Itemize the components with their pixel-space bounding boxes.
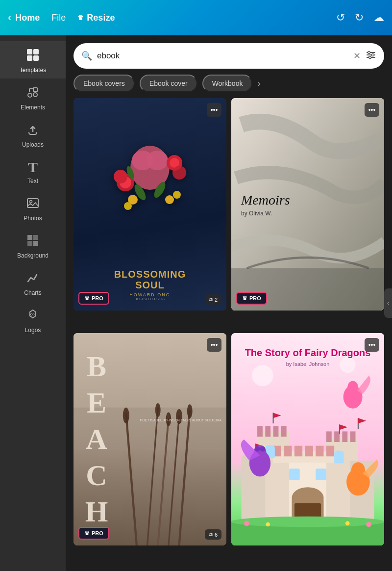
card-4-title: The Story of Fairy Dragons — [245, 347, 371, 359]
card-2-title: Memoirs — [241, 192, 290, 208]
svg-point-51 — [187, 404, 193, 418]
svg-point-32 — [165, 195, 174, 204]
filter-chips: Ebook covers Ebook cover Workbook › — [74, 75, 384, 92]
card-1-more-button[interactable]: ••• — [207, 103, 221, 117]
svg-rect-76 — [294, 446, 302, 457]
card-3-text: POET ISABEL JOHNSON TALKS ABOUT SOLTEIRA — [140, 418, 221, 423]
uploads-icon — [26, 123, 40, 138]
sidebar-item-background[interactable]: Background — [0, 227, 66, 264]
pages-icon-3: ⧉ — [209, 531, 213, 538]
sidebar-item-templates[interactable]: Templates — [0, 41, 66, 78]
svg-rect-12 — [33, 241, 38, 246]
svg-rect-0 — [27, 49, 32, 54]
file-menu-button[interactable]: File — [51, 13, 66, 23]
svg-point-29 — [172, 166, 186, 180]
chip-ebook-cover[interactable]: Ebook cover — [140, 75, 197, 92]
card-2-pro-badge[interactable]: ♛ PRO — [236, 292, 267, 305]
pro-crown-icon-3: ♛ — [84, 530, 90, 537]
chip-workbook[interactable]: Workbook — [202, 75, 253, 92]
svg-rect-69 — [326, 431, 332, 442]
sidebar-logos-label: Logos — [25, 327, 41, 334]
redo-button[interactable]: ↻ — [355, 11, 364, 24]
cloud-save-button[interactable]: ☁ — [373, 11, 384, 24]
chip-ebook-covers[interactable]: Ebook covers — [74, 75, 135, 92]
pro-crown-icon: ♛ — [84, 295, 90, 302]
svg-rect-6 — [33, 93, 37, 97]
sidebar-charts-label: Charts — [24, 289, 41, 296]
search-input[interactable] — [97, 51, 348, 61]
search-bar: 🔍 ✕ — [74, 43, 384, 69]
text-icon: T — [28, 160, 38, 175]
search-filter-button[interactable] — [366, 50, 376, 63]
svg-point-103 — [260, 446, 266, 452]
svg-rect-66 — [273, 426, 279, 437]
svg-point-19 — [372, 53, 374, 56]
svg-rect-70 — [334, 431, 340, 442]
svg-rect-7 — [27, 199, 38, 208]
chips-scroll-right[interactable]: › — [257, 78, 260, 89]
pages-icon: ⧉ — [209, 296, 213, 303]
sidebar-uploads-label: Uploads — [22, 141, 44, 148]
sidebar-item-logos[interactable]: CO. Logos — [0, 301, 66, 338]
svg-point-23 — [147, 151, 168, 170]
undo-button[interactable]: ↺ — [336, 11, 345, 24]
charts-icon — [26, 271, 40, 286]
svg-rect-9 — [27, 235, 32, 240]
svg-point-20 — [369, 56, 371, 58]
svg-point-98 — [266, 522, 270, 527]
svg-rect-64 — [257, 426, 263, 437]
main-layout: Templates Elements Uploads — [0, 35, 392, 571]
svg-point-97 — [366, 522, 371, 527]
template-card-blossoming-soul[interactable]: BLOSSOMINGSOUL HOWARD ONG BESTSELLER 202… — [74, 98, 226, 311]
svg-text:CO.: CO. — [30, 313, 36, 316]
svg-point-53 — [252, 365, 273, 386]
content-area: 🔍 ✕ Ebook covers Ebook cover Workbook › — [66, 35, 392, 571]
card-1-title: BLOSSOMINGSOUL — [114, 269, 186, 290]
sidebar-item-charts[interactable]: Charts — [0, 264, 66, 301]
card-1-page-count: ⧉ 2 — [205, 294, 221, 305]
card-3-title: BEACH — [79, 350, 113, 532]
templates-icon — [26, 48, 40, 64]
svg-rect-2 — [27, 55, 32, 61]
svg-point-95 — [231, 517, 384, 527]
svg-rect-1 — [33, 49, 39, 54]
template-card-memoirs[interactable]: Memoirs by Olivia W. ••• ♛ PRO — [231, 98, 384, 311]
sidebar-templates-label: Templates — [20, 67, 47, 74]
svg-point-105 — [347, 381, 358, 393]
card-decoration — [74, 98, 226, 247]
search-clear-button[interactable]: ✕ — [353, 51, 361, 61]
scroll-indicator[interactable]: ‹ — [384, 288, 392, 318]
svg-rect-67 — [281, 426, 287, 437]
card-4-author: by Isabel Johnson — [245, 361, 371, 367]
home-button[interactable]: Home — [15, 13, 40, 23]
template-card-fairy-dragons[interactable]: The Story of Fairy Dragons by Isabel Joh… — [231, 333, 384, 545]
back-button[interactable]: ‹ — [8, 11, 11, 24]
card-1-author: HOWARD ONG — [129, 292, 171, 297]
svg-rect-11 — [27, 241, 32, 246]
elements-icon — [26, 85, 40, 101]
svg-point-48 — [155, 403, 161, 417]
sidebar-item-photos[interactable]: Photos — [0, 189, 66, 227]
sidebar-elements-label: Elements — [21, 104, 45, 111]
sidebar-item-text[interactable]: T Text — [0, 153, 66, 189]
sidebar-text-label: Text — [27, 178, 38, 184]
svg-rect-75 — [284, 446, 292, 457]
search-icon: 🔍 — [81, 51, 92, 61]
svg-point-99 — [345, 521, 350, 525]
card-1-pro-badge[interactable]: ♛ PRO — [78, 292, 109, 305]
card-3-pro-badge[interactable]: ♛ PRO — [78, 527, 109, 540]
svg-rect-77 — [305, 446, 313, 457]
sidebar-item-elements[interactable]: Elements — [0, 78, 66, 116]
card-3-more-button[interactable]: ••• — [207, 338, 221, 352]
sidebar-item-uploads[interactable]: Uploads — [0, 116, 66, 153]
template-grid: BLOSSOMINGSOUL HOWARD ONG BESTSELLER 202… — [74, 98, 384, 563]
svg-point-96 — [244, 520, 249, 526]
template-card-beach[interactable]: BEACH POET ISABEL JOHNSON TALKS ABOUT SO… — [74, 333, 226, 545]
svg-point-5 — [28, 93, 32, 97]
card-2-more-button[interactable]: ••• — [365, 103, 379, 117]
svg-rect-3 — [33, 55, 39, 61]
svg-point-18 — [368, 51, 370, 53]
svg-point-89 — [265, 445, 274, 450]
svg-rect-93 — [316, 468, 326, 480]
resize-button[interactable]: ♛ Resize — [77, 13, 115, 23]
